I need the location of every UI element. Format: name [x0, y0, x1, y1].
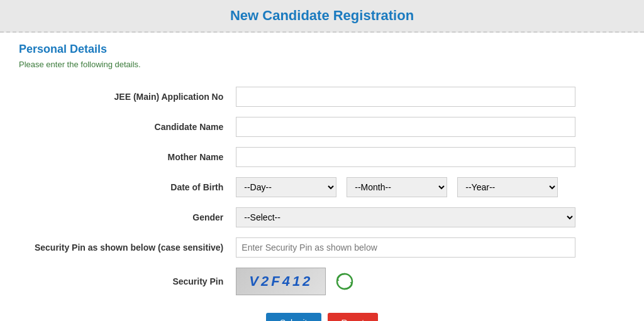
section-subtitle: Please enter the following details.	[19, 60, 625, 69]
dob-label: Date of Birth	[19, 172, 230, 202]
candidate-name-row: Candidate Name	[19, 112, 625, 142]
captcha-cell: V2F412	[230, 263, 625, 300]
captcha-container: V2F412	[236, 268, 619, 295]
gender-select[interactable]: --Select--	[236, 207, 575, 227]
candidate-name-input[interactable]	[236, 117, 575, 137]
jee-input-cell	[230, 82, 625, 112]
main-content: Personal Details Please enter the follow…	[0, 33, 644, 321]
security-pin-input[interactable]	[236, 237, 575, 258]
dob-row: Date of Birth --Day-- --Month-- --Year--	[19, 172, 625, 202]
jee-row: JEE (Main) Application No	[19, 82, 625, 112]
security-pin-input-row: Security Pin as shown below (case sensit…	[19, 232, 625, 263]
mother-name-row: Mother Name	[19, 142, 625, 172]
dob-input-cell: --Day-- --Month-- --Year--	[230, 172, 625, 202]
captcha-row: Security Pin V2F412	[19, 263, 625, 300]
captcha-image: V2F412	[236, 268, 326, 295]
gender-input-cell: --Select--	[230, 202, 625, 232]
refresh-icon	[335, 271, 355, 291]
mother-name-input[interactable]	[236, 147, 575, 167]
page-wrapper: New Candidate Registration Personal Deta…	[0, 0, 644, 321]
submit-button[interactable]: Submit	[266, 313, 321, 321]
candidate-name-input-cell	[230, 112, 625, 142]
gender-label: Gender	[19, 202, 230, 232]
gender-row: Gender --Select--	[19, 202, 625, 232]
jee-input[interactable]	[236, 87, 575, 107]
registration-form: JEE (Main) Application No Candidate Name…	[19, 82, 625, 300]
page-title: New Candidate Registration	[230, 8, 414, 23]
refresh-captcha-button[interactable]	[333, 270, 356, 293]
jee-label: JEE (Main) Application No	[19, 82, 230, 112]
form-buttons: Submit Reset	[19, 313, 625, 321]
mother-name-label: Mother Name	[19, 142, 230, 172]
dob-selects: --Day-- --Month-- --Year--	[236, 177, 619, 197]
dob-year-select[interactable]: --Year--	[457, 177, 558, 197]
security-pin-input-label: Security Pin as shown below (case sensit…	[19, 232, 230, 263]
page-header: New Candidate Registration	[0, 0, 644, 33]
mother-name-input-cell	[230, 142, 625, 172]
dob-day-select[interactable]: --Day--	[236, 177, 336, 197]
captcha-label: Security Pin	[19, 263, 230, 300]
section-title: Personal Details	[19, 43, 625, 56]
security-pin-input-cell	[230, 232, 625, 263]
dob-month-select[interactable]: --Month--	[347, 177, 447, 197]
candidate-name-label: Candidate Name	[19, 112, 230, 142]
reset-button[interactable]: Reset	[328, 313, 379, 321]
